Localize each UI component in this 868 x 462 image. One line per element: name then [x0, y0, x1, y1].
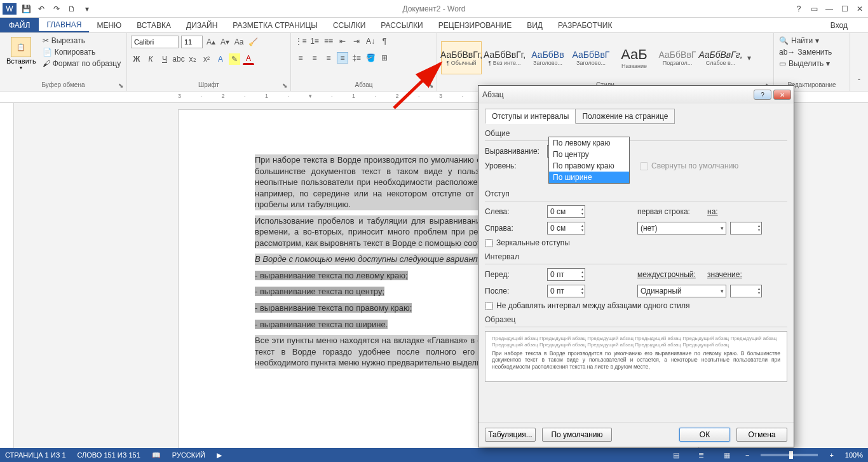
multilevel-button[interactable]: ≡≡: [323, 36, 334, 47]
paragraph-launcher[interactable]: ⬊: [427, 81, 435, 89]
replace-button[interactable]: ab→ Заменить: [778, 47, 833, 57]
linespace-combo[interactable]: Одинарный: [637, 285, 726, 297]
superscript-button[interactable]: x²: [201, 53, 212, 65]
align-option-right[interactable]: По правому краю: [549, 160, 629, 172]
zoom-slider[interactable]: [761, 454, 818, 456]
align-option-justify[interactable]: По ширине: [549, 172, 629, 183]
style-heading2[interactable]: АаБбВвГЗаголово...: [571, 41, 611, 74]
cancel-button[interactable]: Отмена: [736, 428, 787, 442]
view-web-button[interactable]: ▦: [720, 450, 734, 460]
bold-button[interactable]: Ж: [131, 53, 142, 65]
space-after-spin[interactable]: 0 пт: [547, 285, 585, 297]
style-heading1[interactable]: АаБбВвЗаголово...: [527, 41, 568, 74]
save-button[interactable]: 💾: [20, 3, 32, 15]
zoom-out-button[interactable]: −: [745, 451, 749, 459]
undo-button[interactable]: ↶: [36, 3, 47, 15]
style-normal[interactable]: АаБбВвГг,¶ Обычный: [441, 41, 482, 74]
line-spacing-button[interactable]: ‡≡: [351, 52, 362, 64]
collapse-ribbon-button[interactable]: ˇ: [853, 77, 865, 88]
change-case-button[interactable]: Aa: [233, 36, 245, 48]
style-nospacing[interactable]: АаБбВвГг,¶ Без инте...: [484, 41, 525, 74]
tab-review[interactable]: РЕЦЕНЗИРОВАНИЕ: [431, 18, 519, 32]
style-title[interactable]: АаБНазвание: [614, 41, 654, 74]
sort-button[interactable]: A↓: [365, 36, 376, 47]
text-effects-button[interactable]: A: [215, 53, 226, 65]
highlight-button[interactable]: ✎: [229, 53, 240, 65]
firstline-combo[interactable]: (нет): [637, 222, 726, 234]
clear-format-button[interactable]: 🧹: [247, 36, 259, 48]
linespace-at-spin[interactable]: [730, 285, 762, 297]
bullets-button[interactable]: ⋮≡: [295, 36, 306, 47]
view-read-button[interactable]: ▤: [669, 450, 683, 460]
dialog-close-button[interactable]: ✕: [773, 90, 791, 100]
indent-right-spin[interactable]: 0 см: [547, 222, 585, 234]
paste-button[interactable]: 📋Вставить▾: [4, 36, 39, 72]
tab-developer[interactable]: РАЗРАБОТЧИК: [550, 18, 620, 32]
status-words[interactable]: СЛОВО 151 ИЗ 151: [78, 451, 140, 459]
copy-button[interactable]: 📄 Копировать: [41, 47, 123, 57]
styles-more-button[interactable]: ▾: [743, 52, 755, 64]
numbering-button[interactable]: 1≡: [309, 36, 320, 47]
dialog-tab-position[interactable]: Положение на странице: [575, 109, 675, 124]
zoom-level[interactable]: 100%: [845, 451, 863, 459]
tab-menu[interactable]: Меню: [89, 18, 129, 32]
tab-layout[interactable]: РАЗМЕТКА СТРАНИЦЫ: [225, 18, 325, 32]
decrease-indent-button[interactable]: ⇤: [337, 36, 348, 47]
maximize-button[interactable]: ☐: [839, 3, 850, 15]
status-macro-icon[interactable]: ▶: [217, 451, 222, 459]
status-proof-icon[interactable]: 📖: [152, 451, 161, 459]
align-left-button[interactable]: ≡: [295, 52, 306, 64]
font-color-button[interactable]: A: [243, 53, 254, 65]
status-page[interactable]: СТРАНИЦА 1 ИЗ 1: [5, 451, 66, 459]
tab-references[interactable]: ССЫЛКИ: [325, 18, 373, 32]
clipboard-launcher[interactable]: ⬊: [117, 81, 125, 89]
show-marks-button[interactable]: ¶: [379, 36, 390, 47]
sign-in-link[interactable]: Вход: [823, 18, 855, 32]
ok-button[interactable]: ОК: [679, 428, 730, 442]
shrink-font-button[interactable]: A▾: [219, 36, 231, 48]
dialog-tab-indents[interactable]: Отступы и интервалы: [485, 109, 576, 124]
no-space-checkbox[interactable]: [485, 302, 493, 310]
help-button[interactable]: ?: [793, 3, 804, 15]
status-lang[interactable]: РУССКИЙ: [172, 451, 205, 459]
select-button[interactable]: ▭ Выделить ▾: [778, 58, 831, 69]
shading-button[interactable]: 🪣: [365, 52, 376, 64]
new-doc-button[interactable]: 🗋: [66, 3, 78, 15]
close-button[interactable]: ✕: [854, 3, 865, 15]
tab-design[interactable]: ДИЗАЙН: [179, 18, 225, 32]
style-subtitle[interactable]: АаБбВвГПодзагол...: [657, 41, 698, 74]
underline-button[interactable]: Ч: [159, 53, 170, 65]
zoom-in-button[interactable]: +: [829, 451, 833, 459]
indent-left-spin[interactable]: 0 см: [547, 205, 585, 218]
style-subtle[interactable]: АаБбВвГг,Слабое в...: [700, 41, 741, 74]
tab-home[interactable]: ГЛАВНАЯ: [39, 18, 89, 32]
tab-file[interactable]: ФАЙЛ: [0, 18, 39, 32]
ribbon-options-button[interactable]: ▭: [808, 3, 820, 15]
align-right-button[interactable]: ≡: [323, 52, 334, 64]
vertical-ruler[interactable]: [0, 103, 14, 448]
format-painter-button[interactable]: 🖌 Формат по образцу: [41, 58, 123, 69]
minimize-button[interactable]: —: [824, 3, 835, 15]
font-launcher[interactable]: ⬊: [281, 81, 288, 89]
qat-customize[interactable]: ▾: [81, 3, 93, 15]
align-justify-button[interactable]: ≡: [337, 52, 348, 64]
redo-button[interactable]: ↷: [51, 3, 62, 15]
align-center-button[interactable]: ≡: [309, 52, 320, 64]
font-name-combo[interactable]: [131, 36, 179, 48]
mirror-indents-checkbox[interactable]: [485, 239, 493, 247]
align-option-left[interactable]: По левому краю: [549, 137, 629, 149]
tab-view[interactable]: ВИД: [519, 18, 550, 32]
tab-insert[interactable]: ВСТАВКА: [129, 18, 179, 32]
increase-indent-button[interactable]: ⇥: [351, 36, 362, 47]
firstline-by-spin[interactable]: [730, 222, 762, 234]
find-button[interactable]: 🔍 Найти ▾: [778, 36, 820, 46]
view-print-button[interactable]: ≣: [695, 450, 709, 460]
default-button[interactable]: По умолчанию: [542, 428, 612, 442]
space-before-spin[interactable]: 0 пт: [547, 268, 585, 281]
dialog-titlebar[interactable]: Абзац ? ✕: [478, 86, 794, 104]
borders-button[interactable]: ⊞: [379, 52, 390, 64]
cut-button[interactable]: ✂ Вырезать: [41, 36, 123, 46]
dialog-help-button[interactable]: ?: [754, 90, 771, 100]
tab-mailings[interactable]: РАССЫЛКИ: [373, 18, 430, 32]
italic-button[interactable]: К: [145, 53, 156, 65]
